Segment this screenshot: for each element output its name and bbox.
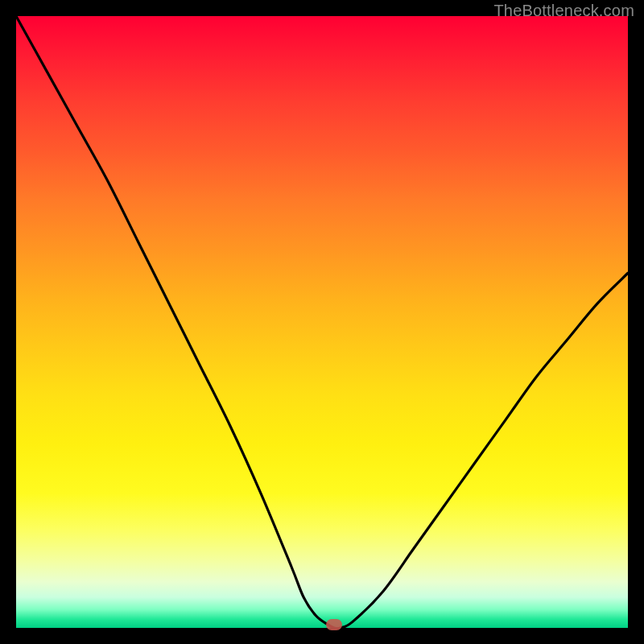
optimum-marker: [326, 619, 342, 630]
plot-area: [16, 16, 628, 628]
chart-frame: TheBottleneck.com: [0, 0, 644, 644]
bottleneck-curve: [16, 16, 628, 628]
